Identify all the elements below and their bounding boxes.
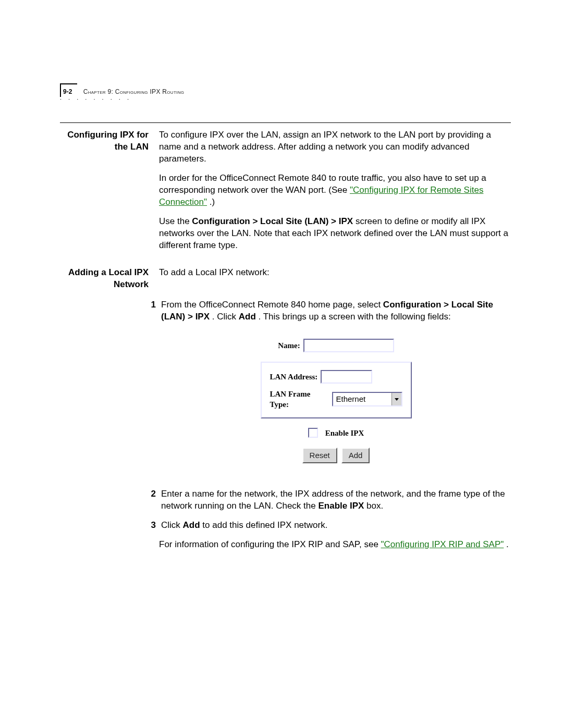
body-text: For information of configuring the IPX R… (159, 539, 381, 549)
step-item: 3 Click Add to add this defined IPX netw… (159, 520, 511, 532)
body-text: .) (210, 197, 215, 207)
step-number: 2 (144, 488, 156, 512)
name-label: Name: (278, 340, 300, 351)
body-text: to add this defined IPX network. (202, 520, 327, 530)
lan-frame-type-select[interactable]: Ethernet (332, 392, 402, 406)
step-item: 1 From the OfficeConnect Remote 840 home… (159, 299, 511, 481)
body-text: In order for the OfficeConnect Remote 84… (159, 172, 511, 208)
step-number: 3 (144, 520, 156, 532)
body-text: Click (161, 520, 183, 530)
step-number: 1 (144, 299, 156, 481)
body-text: box. (366, 501, 383, 511)
lan-address-label: LAN Address: (270, 372, 318, 382)
dot-ornament-icon: · · · · · · · · · (60, 95, 131, 103)
add-button[interactable]: Add (341, 448, 370, 463)
body-text: To add a Local IPX network: (159, 267, 511, 279)
lan-frame-type-label: LAN Frame Type: (270, 389, 329, 410)
body-text: . Click (212, 312, 239, 322)
lan-frame-type-value: Ethernet (333, 393, 391, 405)
link-configuring-ipx-rip-sap[interactable]: "Configuring IPX RIP and SAP" (381, 539, 504, 549)
step-text: From the OfficeConnect Remote 840 home p… (161, 299, 511, 481)
ui-term: Enable IPX (318, 501, 364, 511)
steps-block: 1 From the OfficeConnect Remote 840 home… (60, 299, 511, 558)
chevron-down-icon[interactable] (391, 393, 401, 405)
body-text: . (506, 539, 509, 549)
lan-address-input[interactable] (321, 370, 372, 384)
body-text: From the OfficeConnect Remote 840 home p… (161, 300, 383, 310)
step-item: 2 Enter a name for the network, the IPX … (159, 488, 511, 512)
step-text: Click Add to add this defined IPX networ… (161, 520, 511, 532)
name-input[interactable] (303, 339, 394, 352)
section-adding-local-ipx: Adding a Local IPX Network To add a Loca… (60, 267, 511, 291)
section-configuring-ipx-lan: Configuring IPX for the LAN To configure… (60, 129, 511, 258)
page: 9-2 Chapter 9: Configuring IPX Routing ·… (0, 0, 563, 728)
chapter-title: Chapter 9: Configuring IPX Routing (83, 88, 185, 95)
nav-path: Configuration > Local Site (LAN) > IPX (192, 216, 353, 226)
body-text: For information of configuring the IPX R… (159, 539, 511, 551)
body-text: . This brings up a screen with the follo… (259, 312, 451, 322)
enable-ipx-checkbox[interactable] (308, 428, 318, 438)
form-screenshot: Name: LAN Address: LAN Frame (261, 339, 412, 463)
step-text: Enter a name for the network, the IPX ad… (161, 488, 511, 512)
body-text: Use the (159, 216, 192, 226)
subsection-heading: Adding a Local IPX Network (60, 267, 159, 291)
ui-term: Add (239, 312, 256, 322)
ui-term: Add (183, 520, 200, 530)
divider (60, 122, 511, 123)
section-heading: Configuring IPX for the LAN (60, 129, 159, 153)
reset-button[interactable]: Reset (302, 448, 337, 463)
body-text: Use the Configuration > Local Site (LAN)… (159, 216, 511, 252)
lan-panel: LAN Address: LAN Frame Type: Ethernet (261, 362, 412, 418)
body-text: To configure IPX over the LAN, assign an… (159, 129, 511, 165)
enable-ipx-label: Enable IPX (325, 428, 364, 438)
